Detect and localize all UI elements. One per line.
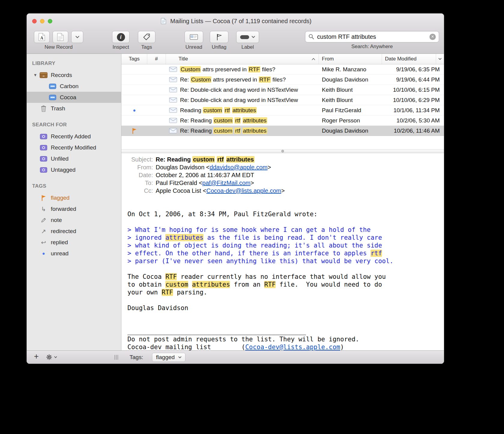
search-highlight: attributes [232,107,257,113]
sidebar-item-unfiled[interactable]: Unfiled [27,153,121,164]
sidebar-item-label: Cocoa [60,94,76,101]
message-header-to: To:Paul FitzGerald <paf@FitzMail.com> [127,179,440,187]
envelope-icon [169,67,177,72]
sidebar-item-carbon[interactable]: Carbon [27,81,121,92]
add-button[interactable]: + [34,352,39,361]
record-row[interactable]: Re: Double-click and drag word in NSText… [121,95,444,105]
unread-group: Unread [185,31,203,50]
record-row[interactable]: Re: Reading custom rtf attributesDouglas… [121,126,444,136]
search-field[interactable]: × [305,31,439,42]
tag-icon [142,33,151,41]
record-row[interactable]: Re: Double-click and drag word in NSText… [121,85,444,95]
row-title-cell: Re: Custom attrs preserved in RTF files? [166,75,319,85]
window-title-group: Mailing Lists — Cocoa (7 of 1,119 contai… [159,18,312,25]
row-number-cell [147,95,166,105]
message-header-value: October 2, 2006 at 11:46:37 AM EDT [156,171,254,179]
row-number-cell [147,85,166,95]
text-run [188,281,192,288]
plain-text-document-icon [56,33,65,41]
action-menu-button[interactable] [46,354,57,360]
search-icon [308,34,314,40]
record-row[interactable]: Re: Custom attrs preserved in RTF files?… [121,75,444,85]
zoom-button[interactable] [48,19,52,23]
row-from-cell: Mike R. Manzano [319,64,382,74]
unflag-label: Unflag [212,44,226,50]
record-row[interactable]: ●Reading custom rtf attributesPaul FitzG… [121,105,444,115]
sidebar-item-untagged[interactable]: Untagged [27,164,121,175]
sidebar-item-note[interactable]: note [27,214,121,226]
close-button[interactable] [32,19,37,23]
redirect-icon: ↗ [39,228,48,235]
sidebar-item-replied[interactable]: ↩replied [27,237,121,248]
sidebar-item-recently-modified[interactable]: Recently Modified [27,142,121,153]
column-header-title[interactable]: Title [166,54,319,64]
clear-search-icon[interactable]: × [429,34,436,40]
label-button[interactable] [236,31,259,43]
text-run: > ignored [127,234,165,241]
tags-popup-button[interactable]: flagged [152,353,185,362]
titlebar[interactable]: Mailing Lists — Cocoa (7 of 1,119 contai… [27,14,444,29]
sidebar-item-redirected[interactable]: ↗redirected [27,226,121,237]
new-rich-text-record-button[interactable]: A [34,31,50,43]
row-number-cell [147,105,166,115]
record-row[interactable]: Custom attrs preserved in RTF files?Mike… [121,64,444,75]
unread-button[interactable] [185,31,203,43]
search-input[interactable] [317,33,427,40]
inspect-group: i Inspect [112,31,130,50]
text-run: > what kind of object is doing the readi… [127,242,382,249]
body-line: your own RTF parsing. [127,288,440,296]
new-record-menu-button[interactable] [71,31,83,43]
new-plain-text-record-button[interactable] [53,31,68,43]
unflag-button[interactable] [210,31,228,43]
sidebar-item-label: unread [51,250,69,257]
row-title-text: Re: Custom attrs preserved in RTF files? [180,76,286,83]
sidebar-item-records[interactable]: ▼Records [27,69,121,81]
sidebar-item-flagged[interactable]: flagged [27,192,121,203]
column-header-tags[interactable]: Tags [121,54,147,64]
sidebar-resize-grip[interactable] [115,355,118,360]
text-run: Cocoa-dev mailing list ( [127,343,245,350]
text-run [230,107,232,113]
body-line [127,296,440,304]
pane-splitter[interactable] [121,149,444,153]
search-highlight: attributes [243,128,267,134]
column-header-[interactable]: # [147,54,166,64]
row-date-cell: 10/2/06, 5:30 AM [382,115,444,125]
disclosure-triangle-icon[interactable]: ▼ [33,73,37,77]
label-label: Label [241,44,254,50]
email-link[interactable]: Cocoa-dev@lists.apple.com [206,187,281,194]
trash-icon [39,105,48,112]
search-highlight: custom [213,128,233,134]
record-row[interactable]: Re: Reading custom rtf attributesRoger P… [121,115,444,126]
sidebar-item-recently-added[interactable]: Recently Added [27,131,121,142]
search-highlight: rtf [371,250,382,257]
column-options-button[interactable] [436,54,444,64]
forward-icon: ↳ [39,205,48,213]
email-link[interactable]: paf@FitzMail.com [202,180,250,186]
tags-button[interactable] [138,31,155,43]
sidebar-item-cocoa[interactable]: Cocoa [27,92,121,103]
sidebar-item-trash[interactable]: Trash [27,103,121,114]
row-tag-cell [121,85,147,95]
unread-card-icon [190,33,198,41]
bottom-bar: + Tags: flagged [27,350,444,364]
search-highlight: rtf [234,128,241,134]
column-header-from[interactable]: From [319,54,382,64]
minimize-button[interactable] [40,19,44,23]
sidebar-item-unread[interactable]: ●unread [27,248,121,259]
inspect-button[interactable]: i [112,31,130,43]
inspect-label: Inspect [113,44,129,50]
search-highlight: attributes [226,156,255,163]
email-link[interactable]: Cocoa-dev@lists.apple.com [245,343,340,350]
column-header-date-modified[interactable]: Date Modified [382,54,436,64]
row-title-cell: Re: Double-click and drag word in NSText… [166,95,319,105]
sidebar-section-title-tags: TAGS [27,183,121,192]
quoted-line: > effect. On the other hand, if there is… [127,249,440,257]
sidebar-item-forwarded[interactable]: ↳forwarded [27,203,121,214]
message-headers: Subject:Re: Reading custom rtf attribute… [127,155,440,195]
text-run: Reading [180,107,203,113]
quoted-line: > parser (I've never seen anything like … [127,257,440,265]
row-from-cell: Douglas Davidson [319,126,382,136]
email-link[interactable]: ddavidso@apple.com [210,164,268,171]
sidebar: LIBRARY▼RecordsCarbonCocoaTrashSEARCH FO… [27,54,121,350]
